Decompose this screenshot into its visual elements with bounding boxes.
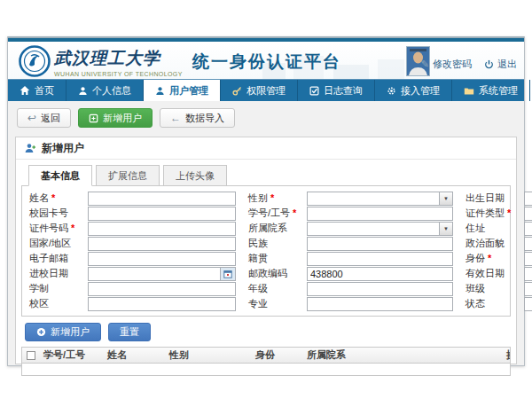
- id-type-input[interactable]: [525, 207, 532, 220]
- form-cell: 出生日期: [464, 191, 532, 206]
- form-cell: 身份: [464, 251, 532, 266]
- toolbar: ↩ 返回 新增用户 ← 数据导入: [8, 101, 524, 135]
- add-user-label: 新增用户: [103, 112, 142, 125]
- change-password-link[interactable]: ✎ 修改密码: [421, 58, 472, 71]
- basic-info-form: 姓名 性别 ▼ 出生日期 校园卡号 学号/工号 证件类型: [21, 185, 511, 317]
- postal-code-input[interactable]: [308, 268, 452, 280]
- valid-date-input[interactable]: [525, 268, 532, 280]
- major-input[interactable]: [308, 298, 452, 310]
- header: 武汉理工大学 WUHAN UNIVERSITY OF TECHNOLOGY 统一…: [8, 42, 524, 79]
- name-input[interactable]: [89, 192, 235, 205]
- plus-circle-icon: [36, 327, 46, 337]
- student-id-input[interactable]: [308, 207, 452, 220]
- field-label: 校园卡号: [29, 207, 68, 220]
- form-cell: 国家/地区: [27, 236, 238, 251]
- required-marker: [71, 223, 74, 233]
- required-marker: [507, 208, 511, 218]
- form-tabs: 基本信息 扩展信息 上传头像: [21, 165, 511, 186]
- field-label: 所属院系: [248, 222, 287, 235]
- back-button[interactable]: ↩ 返回: [17, 108, 71, 128]
- power-icon: [484, 59, 494, 69]
- select-all-checkbox[interactable]: [27, 351, 35, 360]
- reset-label: 重置: [120, 325, 139, 339]
- nav-item-home[interactable]: 首页: [8, 80, 66, 101]
- status-input[interactable]: [525, 298, 532, 310]
- ethnicity-input[interactable]: [308, 238, 452, 250]
- data-import-button[interactable]: ← 数据导入: [160, 108, 235, 128]
- schooling-length-input[interactable]: [89, 283, 235, 295]
- form-cell: 班级: [464, 281, 532, 296]
- department-select-value[interactable]: [308, 223, 439, 235]
- country-region-input[interactable]: [89, 238, 235, 250]
- nav-label: 用户管理: [169, 84, 208, 98]
- form-cell: 学制: [27, 281, 238, 296]
- tab-upload-avatar[interactable]: 上传头像: [163, 165, 227, 186]
- form-cell: 邮政编码: [246, 266, 455, 281]
- field-label: 证件号码: [29, 222, 68, 235]
- campus-input[interactable]: [89, 298, 235, 310]
- field-label: 邮政编码: [248, 267, 287, 280]
- field-label: 身份: [466, 252, 485, 265]
- chevron-down-icon[interactable]: ▼: [439, 223, 452, 235]
- folder-icon: [464, 86, 474, 96]
- gender-select-value[interactable]: [308, 192, 439, 205]
- form-cell: 性别 ▼: [246, 191, 455, 206]
- nav-label: 接入管理: [401, 84, 440, 98]
- grade-input[interactable]: [308, 283, 452, 295]
- add-user-toolbar-button[interactable]: 新增用户: [78, 108, 153, 128]
- department-select[interactable]: ▼: [307, 222, 453, 236]
- enrollment-date-input[interactable]: [89, 268, 220, 280]
- field-label: 学制: [29, 282, 49, 295]
- tab-extended-info[interactable]: 扩展信息: [96, 165, 160, 186]
- identity-input[interactable]: [525, 253, 532, 265]
- form-cell: 籍贯: [246, 251, 455, 266]
- required-marker: [293, 208, 296, 218]
- nav-item-log-query[interactable]: 日志查询: [298, 80, 375, 101]
- field-label: 校区: [29, 297, 49, 310]
- chevron-down-icon[interactable]: ▼: [439, 192, 452, 205]
- field-label: 学号/工号: [248, 207, 290, 220]
- add-square-icon: [89, 113, 98, 123]
- nav-item-permission-management[interactable]: 权限管理: [221, 80, 298, 101]
- form-cell: 民族: [246, 236, 455, 251]
- reset-button[interactable]: 重置: [108, 323, 151, 341]
- political-status-input[interactable]: [525, 238, 532, 250]
- change-password-label: 修改密码: [433, 58, 472, 71]
- id-number-input[interactable]: [89, 223, 235, 235]
- field-label: 国家/地区: [29, 237, 71, 250]
- class-input[interactable]: [525, 283, 532, 295]
- calendar-icon[interactable]: [220, 268, 235, 280]
- nav-item-profile[interactable]: 个人信息: [66, 80, 144, 101]
- form-cell: 状态: [464, 296, 532, 311]
- key-icon: [232, 86, 242, 96]
- panel-title: 新增用户: [42, 141, 84, 156]
- field-label: 籍贯: [248, 252, 268, 265]
- form-cell: 年级: [246, 281, 455, 296]
- home-icon: [20, 85, 30, 96]
- empty-table-row: [22, 364, 510, 375]
- nav-label: 日志查询: [324, 84, 363, 98]
- nav-item-system-management[interactable]: 系统管理: [452, 80, 530, 101]
- tab-basic-info[interactable]: 基本信息: [28, 165, 92, 186]
- form-cell: 校园卡号: [27, 206, 238, 221]
- native-place-input[interactable]: [308, 253, 452, 265]
- pencil-icon: ✎: [421, 59, 429, 70]
- nav-item-access-management[interactable]: 接入管理: [375, 80, 452, 101]
- col-name: 姓名: [104, 348, 166, 362]
- email-input[interactable]: [89, 253, 235, 265]
- gender-select[interactable]: ▼: [307, 192, 453, 206]
- field-label: 出生日期: [466, 192, 505, 205]
- logout-link[interactable]: 退出: [484, 58, 517, 71]
- submit-add-user-button[interactable]: 新增用户: [25, 323, 101, 341]
- submit-label: 新增用户: [51, 325, 90, 339]
- birth-date-input[interactable]: [525, 192, 532, 205]
- university-name-cn: 武汉理工大学: [54, 47, 187, 70]
- form-cell: 姓名: [27, 191, 238, 206]
- address-input[interactable]: [525, 223, 532, 235]
- nav-label: 系统管理: [479, 84, 518, 98]
- form-cell: 证件类型: [464, 206, 532, 221]
- campus-card-input[interactable]: [89, 207, 235, 220]
- nav-item-user-management[interactable]: 用户管理: [144, 80, 221, 101]
- field-label: 性别: [248, 192, 268, 205]
- user-icon: [78, 86, 88, 96]
